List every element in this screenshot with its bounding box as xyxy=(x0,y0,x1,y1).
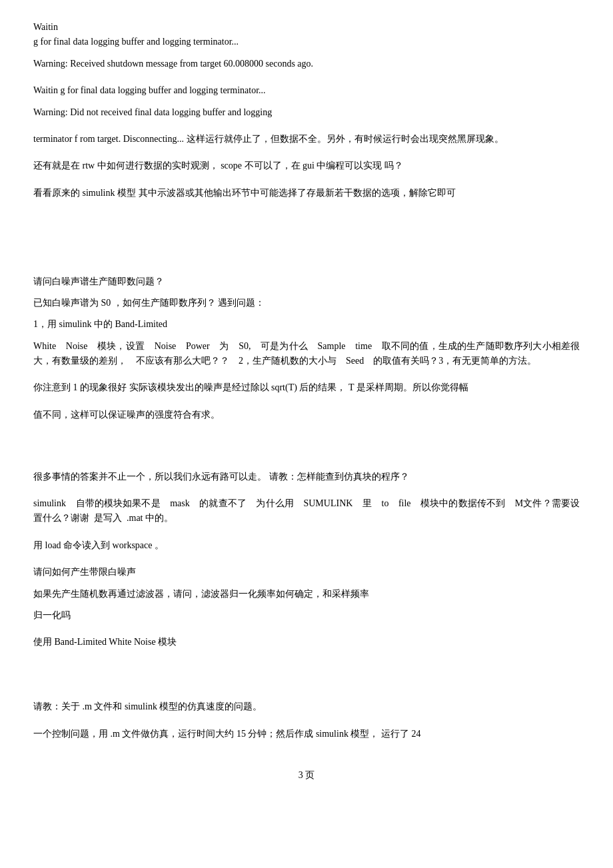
paragraph-14: simulink 自带的模块如果不是 mask 的就查不了 为什么用 SUMUL… xyxy=(33,496,580,526)
page-number: 3 页 xyxy=(299,770,315,780)
text-waiting-1: Waiting for final data logging buffer an… xyxy=(33,22,239,47)
main-content: Waiting for final data logging buffer an… xyxy=(33,20,580,741)
text-many-answers: 很多事情的答案并不止一个，所以我们永远有路可以走。 请教：怎样能查到仿真块的程序… xyxy=(33,472,409,482)
paragraph-4: terminator f rom target. Disconnecting..… xyxy=(33,132,580,147)
text-use-block: 使用 Band-Limited White Noise 模块 xyxy=(33,637,177,647)
text-item1: 1，用 simulink 中的 Band-Limited xyxy=(33,319,167,329)
paragraph-18: 归一化吗 xyxy=(33,608,580,623)
text-qingwen: 请问白噪声谱生产随即数问题？ xyxy=(33,276,164,286)
text-waiting-2: Waitin g for final data logging buffer a… xyxy=(33,85,266,95)
paragraph-11: 你注意到 1 的现象很好 实际该模块发出的噪声是经过除以 sqrt(T) 后的结… xyxy=(33,380,580,395)
paragraph-2: Warning: Received shutdown message from … xyxy=(33,57,580,71)
paragraph-1: Waiting for final data logging buffer an… xyxy=(33,20,580,50)
paragraph-3b: Warning: Did not received final data log… xyxy=(33,105,580,120)
paragraph-3a: Waitin g for final data logging buffer a… xyxy=(33,83,580,98)
text-value-diff: 值不同，这样可以保证噪声的强度符合有求。 xyxy=(33,410,220,420)
spacer-1 xyxy=(33,219,580,234)
text-yizhi: 已知白噪声谱为 S0 ，如何生产随即数序列？ 遇到问题： xyxy=(33,298,265,308)
text-notice: 你注意到 1 的现象很好 实际该模块发出的噪声是经过除以 sqrt(T) 后的结… xyxy=(33,382,468,392)
text-terminator: terminator f rom target. Disconnecting..… xyxy=(33,134,504,144)
page-footer: 3 页 xyxy=(33,768,580,783)
spacer-2 xyxy=(33,441,580,456)
paragraph-6: 看看原来的 simulink 模型 其中示波器或其他输出环节中可能选择了存最新若… xyxy=(33,186,580,201)
paragraph-7: 请问白噪声谱生产随即数问题？ xyxy=(33,274,580,289)
text-warning-2: Warning: Did not received final data log… xyxy=(33,107,272,117)
paragraph-9: 1，用 simulink 中的 Band-Limited xyxy=(33,317,580,332)
text-simulink-model: 看看原来的 simulink 模型 其中示波器或其他输出环节中可能选择了存最新若… xyxy=(33,188,456,198)
text-speed-question: 请教：关于 .m 文件和 simulink 模型的仿真速度的问题。 xyxy=(33,701,262,711)
paragraph-16: 请问如何产生带限白噪声 xyxy=(33,565,580,580)
paragraph-21: 一个控制问题，用 .m 文件做仿真，运行时间大约 15 分钟；然后作成 simu… xyxy=(33,727,580,741)
text-control-question: 一个控制问题，用 .m 文件做仿真，运行时间大约 15 分钟；然后作成 simu… xyxy=(33,729,420,739)
text-warning-1: Warning: Received shutdown message from … xyxy=(33,59,313,69)
paragraph-5: 还有就是在 rtw 中如何进行数据的实时观测， scope 不可以了，在 gui… xyxy=(33,159,580,173)
paragraph-13: 很多事情的答案并不止一个，所以我们永远有路可以走。 请教：怎样能查到仿真块的程序… xyxy=(33,470,580,484)
text-band-limited-question: 请问如何产生带限白噪声 xyxy=(33,567,136,577)
paragraph-15: 用 load 命令读入到 workspace 。 xyxy=(33,538,580,553)
paragraph-10: White Noise 模块，设置 Noise Power 为 S0, 可是为什… xyxy=(33,339,580,369)
paragraph-12: 值不同，这样可以保证噪声的强度符合有求。 xyxy=(33,408,580,422)
text-simulink-builtin: simulink 自带的模块如果不是 mask 的就查不了 为什么用 SUMUL… xyxy=(33,498,580,523)
text-filter-question: 如果先产生随机数再通过滤波器，请问，滤波器归一化频率如何确定，和采样频率 xyxy=(33,589,369,599)
spacer-3 xyxy=(33,669,580,683)
text-white-noise-block: White Noise 模块，设置 Noise Power 为 S0, 可是为什… xyxy=(33,341,580,366)
paragraph-20: 请教：关于 .m 文件和 simulink 模型的仿真速度的问题。 xyxy=(33,699,580,714)
paragraph-17: 如果先产生随机数再通过滤波器，请问，滤波器归一化频率如何确定，和采样频率 xyxy=(33,587,580,602)
paragraph-19: 使用 Band-Limited White Noise 模块 xyxy=(33,635,580,650)
text-rtw: 还有就是在 rtw 中如何进行数据的实时观测， scope 不可以了，在 gui… xyxy=(33,161,403,171)
paragraph-8: 已知白噪声谱为 S0 ，如何生产随即数序列？ 遇到问题： xyxy=(33,296,580,310)
text-normalize: 归一化吗 xyxy=(33,610,71,620)
text-load-cmd: 用 load 命令读入到 workspace 。 xyxy=(33,540,164,550)
